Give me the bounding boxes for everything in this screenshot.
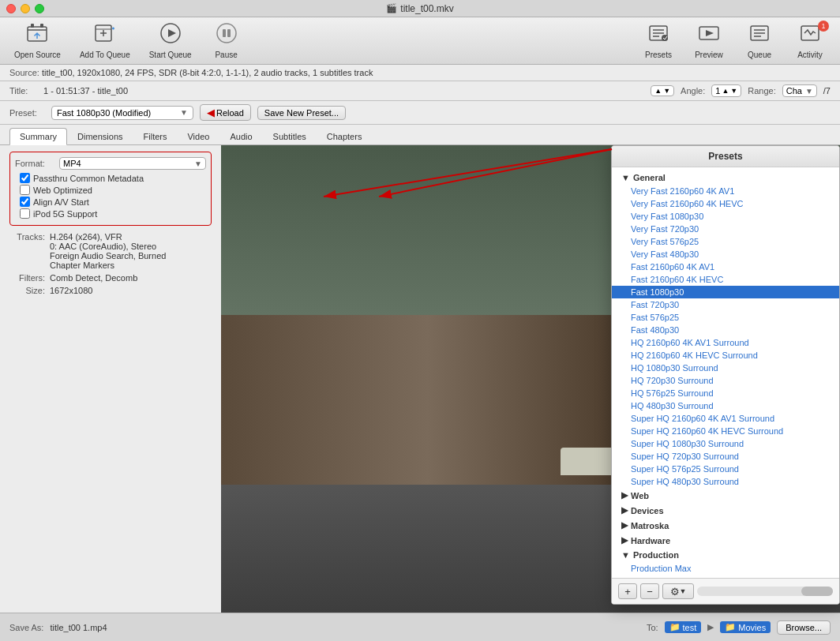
preset-group-matroska[interactable]: ▶ Matroska: [612, 518, 839, 533]
web-chevron-icon: ▶: [621, 490, 628, 500]
preset-item-hq720p30-surround[interactable]: HQ 720p30 Surround: [612, 374, 839, 387]
title-select[interactable]: ▲ ▼: [651, 85, 674, 96]
preset-item-shq2160p60-4k-av1-surround[interactable]: Super HQ 2160p60 4K AV1 Surround: [612, 412, 839, 425]
passthru-checkbox[interactable]: [20, 173, 30, 183]
preset-select[interactable]: Fast 1080p30 (Modified) ▼: [51, 106, 193, 120]
preset-item-f576p25[interactable]: Fast 576p25: [612, 311, 839, 324]
presets-list[interactable]: ▼ General Very Fast 2160p60 4K AV1 Very …: [612, 167, 839, 578]
presets-panel: Presets ▼ General Very Fast 2160p60 4K A…: [611, 145, 840, 605]
save-new-preset-button[interactable]: Save New Preset...: [257, 106, 346, 120]
minimize-button[interactable]: [21, 4, 30, 13]
activity-button[interactable]: 1 Activity: [786, 19, 834, 62]
preset-item-hq480p30-surround[interactable]: HQ 480p30 Surround: [612, 399, 839, 412]
queue-button[interactable]: Queue: [736, 19, 783, 62]
range-value: Cha: [786, 86, 802, 96]
angle-select[interactable]: 1 ▲ ▼: [711, 84, 741, 97]
tab-subtitles[interactable]: Subtitles: [263, 128, 317, 144]
tab-filters[interactable]: Filters: [133, 128, 178, 144]
tab-video[interactable]: Video: [177, 128, 219, 144]
align-av-checkbox[interactable]: [20, 197, 30, 207]
tab-chapters[interactable]: Chapters: [317, 128, 373, 144]
ipod-label: iPod 5G Support: [33, 209, 97, 219]
preset-row: Preset: Fast 1080p30 (Modified) ▼ ◀ Relo…: [0, 101, 840, 125]
main-area: Format: MP4 ▼ Passthru Common Metadata W…: [0, 145, 840, 630]
format-select[interactable]: MP4 ▼: [59, 157, 206, 170]
preset-item-f480p30[interactable]: Fast 480p30: [612, 324, 839, 336]
preset-group-production[interactable]: ▼ Production: [612, 548, 839, 562]
svg-point-10: [662, 35, 668, 41]
add-preset-button[interactable]: +: [618, 583, 637, 599]
web-optimized-checkbox-row: Web Optimized: [20, 185, 206, 195]
format-label: Format:: [15, 159, 54, 168]
preset-item-f720p30[interactable]: Fast 720p30: [612, 298, 839, 311]
preset-group-hardware[interactable]: ▶ Hardware: [612, 533, 839, 548]
preset-item-shq576p25-surround[interactable]: Super HQ 576p25 Surround: [612, 463, 839, 475]
format-chevron-icon: ▼: [194, 159, 202, 168]
size-row: Size: 1672x1080: [9, 286, 212, 295]
general-chevron-icon: ▼: [621, 173, 630, 182]
remove-preset-button[interactable]: −: [640, 583, 659, 599]
align-av-checkbox-row: Align A/V Start: [20, 197, 206, 207]
preset-item-hq2160p60-4k-hevc-surround[interactable]: HQ 2160p60 4K HEVC Surround: [612, 349, 839, 362]
preset-item-vf480p30[interactable]: Very Fast 480p30: [612, 248, 839, 261]
align-av-label: Align A/V Start: [33, 197, 89, 207]
preset-group-general[interactable]: ▼ General: [612, 171, 839, 185]
gear-preset-button[interactable]: ⚙ ▼: [662, 583, 694, 599]
reload-button[interactable]: ◀ Reload: [200, 104, 251, 121]
preset-group-web[interactable]: ▶ Web: [612, 488, 839, 503]
presets-scrollbar[interactable]: [697, 587, 833, 596]
format-value: MP4: [63, 159, 81, 168]
queue-icon: [748, 22, 771, 47]
presets-button[interactable]: Presets: [635, 19, 682, 62]
tab-summary[interactable]: Summary: [9, 128, 67, 145]
preset-item-production-max[interactable]: Production Max: [612, 562, 839, 575]
tab-audio[interactable]: Audio: [219, 128, 262, 144]
preset-item-f1080p30[interactable]: Fast 1080p30: [612, 286, 839, 298]
bottom-bar: Save As: title_t00 1.mp4 To: 📁 test ▶ 📁 …: [0, 613, 840, 641]
chevron-up-icon: ▲: [654, 87, 662, 95]
preset-item-f2160p60-4k-hevc[interactable]: Fast 2160p60 4K HEVC: [612, 273, 839, 286]
preset-item-shq2160p60-4k-hevc-surround[interactable]: Super HQ 2160p60 4K HEVC Surround: [612, 425, 839, 437]
range-select[interactable]: Cha ▼: [782, 84, 817, 97]
preset-item-vf2160p60-4k-av1[interactable]: Very Fast 2160p60 4K AV1: [612, 185, 839, 197]
angle-label: Angle:: [681, 86, 705, 96]
ipod-checkbox[interactable]: [20, 208, 30, 219]
pause-button[interactable]: Pause: [203, 19, 250, 62]
preset-group-devices[interactable]: ▶ Devices: [612, 503, 839, 518]
preset-item-vf576p25[interactable]: Very Fast 576p25: [612, 235, 839, 248]
tracks-row: Tracks: H.264 (x264), VFR 0: AAC (CoreAu…: [9, 232, 212, 270]
title-label: Title:: [9, 86, 37, 96]
save-as-label: Save As:: [9, 623, 43, 632]
preset-item-hq2160p60-4k-av1-surround[interactable]: HQ 2160p60 4K AV1 Surround: [612, 336, 839, 349]
preset-item-vf720p30[interactable]: Very Fast 720p30: [612, 223, 839, 235]
tab-dimensions[interactable]: Dimensions: [67, 128, 133, 144]
size-value: 1672x1080: [50, 286, 92, 295]
presets-icon: [647, 22, 669, 47]
preview-button[interactable]: Preview: [685, 19, 733, 62]
open-source-button[interactable]: Open Source: [6, 19, 69, 62]
gear-icon: ⚙: [670, 586, 680, 598]
folder-movies-tag[interactable]: 📁 Movies: [720, 621, 771, 633]
preset-item-hq1080p30-surround[interactable]: HQ 1080p30 Surround: [612, 362, 839, 374]
file-icon: 🎬: [386, 3, 397, 13]
maximize-button[interactable]: [35, 4, 44, 13]
web-optimized-checkbox[interactable]: [20, 185, 30, 195]
preset-item-vf2160p60-4k-hevc[interactable]: Very Fast 2160p60 4K HEVC: [612, 197, 839, 210]
folder-test-tag[interactable]: 📁 test: [665, 621, 702, 633]
preset-item-shq1080p30-surround[interactable]: Super HQ 1080p30 Surround: [612, 437, 839, 450]
preset-item-vf1080p30[interactable]: Very Fast 1080p30: [612, 210, 839, 223]
browse-button[interactable]: Browse...: [777, 620, 831, 635]
tracks-label: Tracks:: [9, 232, 45, 270]
preset-item-shq480p30-surround[interactable]: Super HQ 480p30 Surround: [612, 475, 839, 488]
preset-item-f2160p60-4k-av1[interactable]: Fast 2160p60 4K AV1: [612, 261, 839, 273]
add-to-queue-button[interactable]: Add To Queue: [72, 19, 138, 62]
left-panel: Format: MP4 ▼ Passthru Common Metadata W…: [0, 145, 221, 630]
preset-item-hq576p25-surround[interactable]: HQ 576p25 Surround: [612, 387, 839, 399]
pause-icon: [216, 22, 238, 47]
preset-item-shq720p30-surround[interactable]: Super HQ 720p30 Surround: [612, 450, 839, 463]
start-queue-button[interactable]: Start Queue: [141, 19, 200, 62]
close-button[interactable]: [6, 4, 16, 13]
folder-icon: 📁: [669, 622, 681, 632]
filters-label: Filters:: [9, 273, 45, 283]
preset-value: Fast 1080p30 (Modified): [57, 108, 151, 118]
